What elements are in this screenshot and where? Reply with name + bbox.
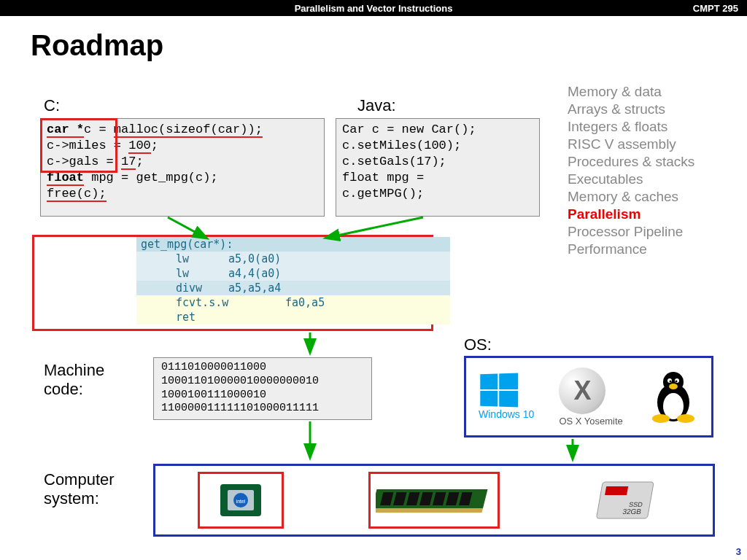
svg-line-28	[327, 217, 423, 238]
svg-text:intel: intel	[236, 499, 246, 504]
svg-text:32GB: 32GB	[622, 508, 643, 516]
label-os: OS:	[464, 335, 492, 354]
header-center: Parallelism and Vector Instructions	[295, 3, 453, 14]
cpu-chip-icon: intel	[198, 472, 284, 529]
header-bar: Parallelism and Vector Instructions CMPT…	[0, 0, 747, 16]
topic-item: Processor Pipeline	[568, 224, 725, 240]
label-mc: Machine code:	[44, 361, 124, 399]
label-sys: Computer system:	[44, 470, 131, 508]
system-box: intel 32GBSSD	[153, 464, 715, 537]
machine-code-box: 0111010000011000 10001101000001000000001…	[153, 357, 372, 420]
osx-icon: X OS X Yosemite	[559, 368, 622, 427]
svg-text:SSD: SSD	[628, 501, 643, 508]
topics-list: Memory & dataArrays & structsIntegers & …	[568, 84, 725, 257]
arrow-os-to-sys	[562, 438, 584, 465]
ram-stick-icon	[368, 472, 500, 529]
svg-point-5	[669, 381, 671, 383]
topic-item: Memory & caches	[568, 189, 725, 205]
os-box: Windows 10 X OS X Yosemite	[464, 356, 713, 438]
page-title: Roadmap	[31, 29, 747, 62]
svg-rect-22	[376, 508, 483, 513]
svg-line-27	[168, 217, 206, 238]
svg-point-8	[652, 414, 670, 423]
label-java: Java:	[357, 96, 396, 115]
svg-point-7	[669, 384, 678, 389]
topic-item: Arrays & structs	[568, 101, 725, 117]
svg-rect-24	[605, 486, 628, 495]
topic-item: Memory & data	[568, 84, 725, 100]
arrow-c-to-asm	[160, 216, 219, 245]
c-code-box: car *c = malloc(sizeof(car)); c->miles =…	[40, 118, 325, 217]
svg-point-9	[677, 414, 694, 423]
windows-icon: Windows 10	[479, 373, 534, 420]
arrow-mc-to-sys	[299, 420, 321, 464]
topic-item: Executables	[568, 171, 725, 187]
arrow-asm-to-mc	[299, 331, 321, 359]
topic-item: Performance	[568, 241, 725, 257]
label-c: C:	[44, 96, 60, 115]
asm-listing: get_mpg(car*): lwa5,0(a0) lwa4,4(a0) div…	[136, 237, 450, 324]
asm-box: get_mpg(car*): lwa5,0(a0) lwa4,4(a0) div…	[32, 235, 433, 331]
linux-tux-icon	[648, 366, 699, 427]
topic-item: Procedures & stacks	[568, 154, 725, 170]
page-number: 3	[736, 546, 741, 557]
arrow-java-to-asm	[314, 216, 430, 245]
java-code-box: Car c = new Car(); c.setMiles(100); c.se…	[336, 118, 540, 217]
svg-rect-14	[376, 489, 488, 508]
header-course: CMPT 295	[693, 3, 738, 14]
topic-item: Integers & floats	[568, 119, 725, 135]
ssd-drive-icon: 32GBSSD	[584, 472, 670, 529]
topic-item: RISC V assembly	[568, 136, 725, 152]
svg-point-6	[675, 381, 677, 383]
topic-item: Parallelism	[568, 206, 725, 222]
